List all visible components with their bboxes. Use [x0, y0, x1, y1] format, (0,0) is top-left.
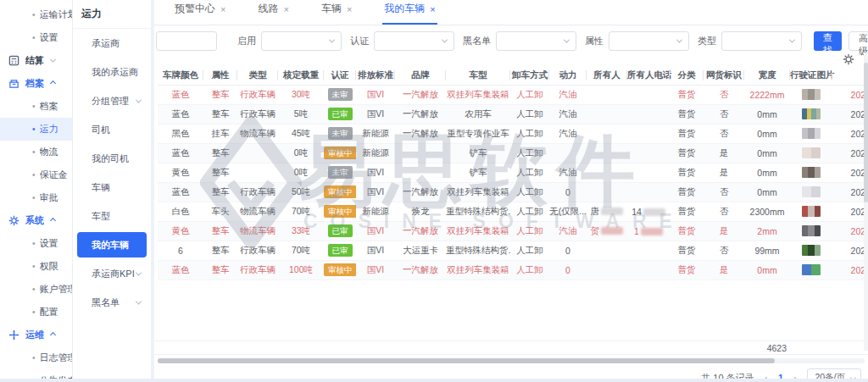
close-icon[interactable]: × [347, 4, 352, 14]
table-row[interactable]: 黑色挂车物流车辆45吨未审新能源一汽解放重型专项作业车人工卸汽油普货否0mm20… [158, 124, 868, 143]
table-row[interactable]: 6整车行政车辆70吨已审国VI大运重卡重型特殊结构货...人工卸0普货否99mm… [158, 241, 868, 260]
search-button[interactable]: 查找 [814, 31, 842, 51]
sidebar-group-运维[interactable]: 运维 [0, 324, 72, 346]
license-photo-thumbnail[interactable] [802, 167, 821, 178]
cell-date: 2023- [832, 163, 868, 182]
column-header-分类[interactable]: 分类 [670, 66, 704, 85]
horizontal-scrollbar[interactable] [158, 357, 865, 365]
submenu-item-司机[interactable]: 司机 [73, 115, 151, 144]
table-row[interactable]: 白色车头物流车辆70吨审核中新能源焕龙重型特殊结构货...人工卸无(仅限...唐… [158, 202, 868, 221]
close-icon[interactable]: × [283, 4, 288, 14]
column-header-排放标准[interactable]: 排放标准 [356, 66, 395, 85]
tab-我的车辆[interactable]: 我的车辆× [382, 0, 437, 25]
advanced-button[interactable]: 高级 [849, 31, 868, 51]
column-header-车牌颜色[interactable]: 车牌颜色 [158, 66, 203, 85]
cell-category: 普货 [670, 182, 704, 202]
column-header-认证[interactable]: 认证 [324, 66, 356, 85]
column-header-卸车方式[interactable]: 卸车方式 [510, 66, 549, 85]
sidebar-item-权限[interactable]: 权限 [0, 255, 72, 278]
submenu-item-分组管理[interactable]: 分组管理 [73, 86, 151, 115]
license-photo-thumbnail[interactable] [802, 186, 821, 197]
ops-icon [8, 329, 19, 340]
table-row[interactable]: 黄色整车物流车辆33吨已审国VI一汽解放双挂列车集装箱人工卸汽油贺1普货是2mm… [158, 221, 868, 241]
table-row[interactable]: 蓝色整车行政车辆5吨已审国VI一汽解放农用车人工卸汽油普货否0mm2023- [158, 104, 868, 124]
column-header-hidden[interactable] [832, 66, 868, 85]
filter-label-类型: 类型 [698, 35, 716, 47]
sidebar-item-审批[interactable]: 审批 [0, 186, 72, 209]
column-header-所有人[interactable]: 所有人 [587, 66, 627, 85]
tab-label: 线路 [258, 2, 278, 16]
chevron-down-icon [329, 36, 335, 42]
column-header-类型[interactable]: 类型 [237, 66, 278, 85]
license-photo-thumbnail[interactable] [802, 147, 821, 158]
column-header-核定载重[interactable]: 核定载重 [278, 66, 324, 85]
sidebar-item-保证金[interactable]: 保证金 [0, 163, 72, 186]
submenu-item-我的承运商[interactable]: 我的承运商 [73, 58, 151, 86]
submenu-item-黑名单[interactable]: 黑名单 [73, 288, 151, 317]
cell-cert: 审核中 [324, 143, 356, 163]
close-icon[interactable]: × [430, 4, 435, 14]
column-header-宽度[interactable]: 宽度 [744, 66, 790, 85]
tab-预警中心[interactable]: 预警中心× [173, 0, 227, 25]
sidebar-item-物流[interactable]: 物流 [0, 141, 72, 163]
sidebar-item-设置[interactable]: 设置 [0, 26, 72, 49]
submenu-item-我的车辆[interactable]: 我的车辆 [77, 232, 147, 257]
submenu-item-车辆[interactable]: 车辆 [73, 173, 151, 202]
submenu-item-承运商KPI[interactable]: 承运商KPI [73, 259, 151, 288]
cell-date: 2023- [832, 124, 868, 143]
filter-select-启用[interactable] [261, 31, 342, 51]
tab-线路[interactable]: 线路× [256, 0, 290, 25]
cell-phone [627, 104, 670, 124]
sidebar-item-配置[interactable]: 配置 [0, 301, 72, 324]
table-row[interactable]: 蓝色整车行政车辆100吨审核中国VI一汽解放双挂列车集装箱人工卸0普货是0mm2… [158, 260, 868, 280]
filter-select-黑名单[interactable] [496, 31, 576, 51]
sidebar-item-设置[interactable]: 设置 [0, 232, 72, 255]
keyword-input[interactable] [156, 31, 217, 51]
sidebar-item-label: 保证金 [40, 169, 68, 181]
close-icon[interactable]: × [220, 4, 225, 14]
secondary-sidebar: 运力 承运商我的承运商分组管理司机我的司机车辆车型我的车辆承运商KPI黑名单 [73, 0, 154, 382]
table-row[interactable]: 蓝色整车行政车辆30吨未审国VI一汽解放双挂列车集装箱人工卸汽油普货否2222m… [158, 85, 868, 104]
column-header-行驶证图片[interactable]: 行驶证图片 [790, 66, 832, 85]
cell-attribute: 车头 [203, 202, 237, 221]
license-photo-thumbnail[interactable] [802, 128, 821, 139]
sidebar-item-运输计划[interactable]: 运输计划 [0, 3, 72, 26]
sidebar-group-系统[interactable]: 系统 [0, 209, 72, 232]
filter-select-认证[interactable] [374, 31, 454, 51]
sidebar-group-档案[interactable]: 档案 [0, 72, 72, 95]
sidebar-item-档案[interactable]: 档案 [0, 95, 72, 118]
submenu-item-label: 分组管理 [92, 95, 129, 108]
cell-owner [587, 85, 627, 104]
column-header-所有人电话[interactable]: 所有人电话 [627, 66, 670, 85]
license-photo-thumbnail[interactable] [802, 108, 821, 119]
submenu-item-车型[interactable]: 车型 [73, 202, 151, 230]
sidebar-item-账户管理[interactable]: 账户管理 [0, 278, 72, 301]
tab-车辆[interactable]: 车辆× [320, 0, 353, 25]
cell-category: 普货 [670, 104, 704, 124]
vscroll-thumb[interactable] [864, 63, 868, 202]
column-header-动力[interactable]: 动力 [549, 66, 587, 85]
license-photo-thumbnail[interactable] [802, 225, 821, 236]
cell-load: 70吨 [278, 202, 324, 221]
license-photo-thumbnail[interactable] [802, 264, 821, 275]
table-row[interactable]: 蓝色整车0吨审核中新能源铲车人工卸普货是0mm2023- [158, 143, 868, 163]
sidebar-group-结算[interactable]: 结算 [0, 49, 72, 72]
column-header-品牌[interactable]: 品牌 [395, 66, 446, 85]
license-photo-thumbnail[interactable] [802, 245, 821, 256]
submenu-item-承运商[interactable]: 承运商 [73, 29, 151, 58]
sidebar-item-运力[interactable]: 运力 [0, 118, 72, 141]
license-photo-thumbnail[interactable] [802, 89, 821, 100]
column-header-车型[interactable]: 车型 [446, 66, 510, 85]
table-row[interactable]: 黄色整车0吨未审国VI铲车人工卸汽油普货是0mm2023- [158, 163, 868, 182]
column-header-网货标识[interactable]: 网货标识 [704, 66, 744, 85]
filter-select-类型[interactable] [721, 31, 802, 51]
table-row[interactable]: 蓝色整车行政车辆50吨审核中国VI一汽解放双挂列车集装箱人工卸0普货否0mm20… [158, 182, 868, 202]
column-header-属性[interactable]: 属性 [203, 66, 237, 85]
sidebar-item-日志管理[interactable]: 日志管理 [0, 346, 72, 369]
filter-select-属性[interactable] [609, 31, 689, 51]
vertical-scrollbar[interactable] [864, 53, 868, 351]
submenu-item-我的司机[interactable]: 我的司机 [73, 144, 151, 173]
hscroll-thumb[interactable] [158, 358, 775, 363]
license-photo-thumbnail[interactable] [802, 206, 821, 217]
gear-icon[interactable] [843, 53, 854, 65]
